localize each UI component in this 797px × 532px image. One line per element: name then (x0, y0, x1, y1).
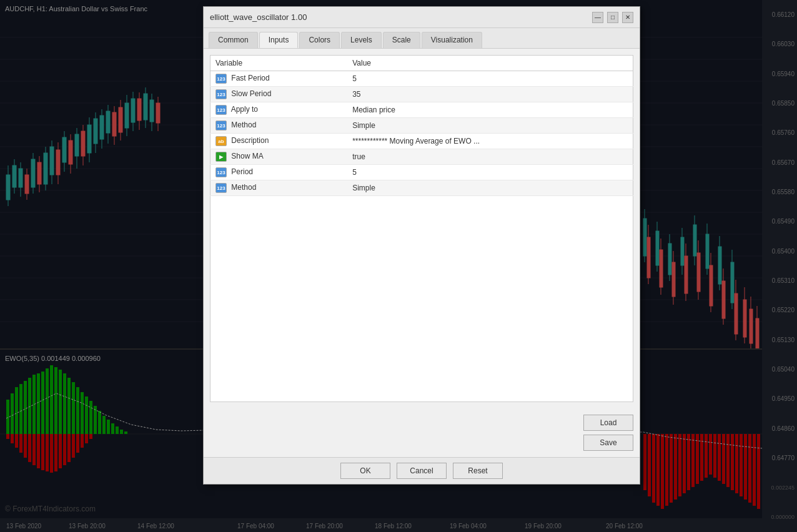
params-table: Variable Value 123 Fast Period 5 123 Slo… (210, 55, 633, 402)
close-button[interactable]: ✕ (622, 12, 633, 23)
var-name: Apply to (231, 105, 258, 114)
table-row[interactable]: 123 Method Simple (210, 180, 633, 196)
type-icon-bool: ▶ (215, 152, 227, 162)
type-icon-numeric: 123 (215, 167, 227, 177)
reset-button[interactable]: Reset (453, 463, 503, 479)
dialog-content: Variable Value 123 Fast Period 5 123 Slo… (204, 49, 640, 408)
col-variable: Variable (210, 56, 348, 71)
tab-colors[interactable]: Colors (299, 32, 340, 48)
type-icon-numeric: 123 (215, 121, 227, 131)
var-value[interactable]: ************ Moving Average of EWO ... (347, 134, 633, 149)
tab-common[interactable]: Common (209, 32, 258, 48)
title-bar: elliott_wave_oscillator 1.00 — □ ✕ (204, 7, 640, 28)
var-name: Show MA (231, 152, 263, 160)
var-name: Slow Period (231, 89, 271, 98)
var-name: Method (231, 183, 256, 192)
type-icon-numeric: 123 (215, 74, 227, 84)
save-button[interactable]: Save (583, 435, 633, 451)
var-name: Period (231, 167, 253, 176)
type-icon-string: ab (215, 136, 227, 146)
title-bar-controls: — □ ✕ (592, 12, 633, 23)
type-icon-numeric: 123 (215, 183, 227, 193)
var-value[interactable]: Simple (347, 180, 633, 196)
type-icon-numeric: 123 (215, 89, 227, 99)
dialog-window: elliott_wave_oscillator 1.00 — □ ✕ Commo… (203, 6, 640, 485)
table-row[interactable]: ▶ Show MA true (210, 149, 633, 165)
save-button-row: Save (583, 435, 633, 451)
table-row[interactable]: 123 Slow Period 35 (210, 87, 633, 102)
tab-bar: Common Inputs Colors Levels Scale Visual… (204, 28, 640, 49)
maximize-button[interactable]: □ (607, 12, 618, 23)
table-row[interactable]: 123 Fast Period 5 (210, 71, 633, 87)
empty-space-row (210, 196, 633, 402)
col-value: Value (347, 56, 633, 71)
var-value[interactable]: 35 (347, 87, 633, 102)
load-save-buttons: Load (583, 415, 633, 431)
type-icon-numeric: 123 (215, 105, 227, 115)
tab-inputs[interactable]: Inputs (259, 32, 299, 48)
var-value[interactable]: true (347, 149, 633, 165)
ok-button[interactable]: OK (340, 463, 390, 479)
var-name: Method (231, 121, 256, 129)
tab-visualization[interactable]: Visualization (422, 32, 482, 48)
var-name: Fast Period (231, 74, 269, 82)
footer-buttons: OK Cancel Reset (204, 457, 640, 484)
table-row[interactable]: ab Description ************ Moving Avera… (210, 134, 633, 149)
table-row[interactable]: 123 Method Simple (210, 118, 633, 134)
var-value[interactable]: Median price (347, 102, 633, 118)
var-name: Description (231, 136, 269, 145)
dialog-title: elliott_wave_oscillator 1.00 (210, 12, 307, 22)
dialog-bottom-actions: Load Save (204, 408, 640, 457)
table-row[interactable]: 123 Apply to Median price (210, 102, 633, 118)
var-value[interactable]: Simple (347, 118, 633, 134)
tab-levels[interactable]: Levels (341, 32, 382, 48)
load-button[interactable]: Load (583, 415, 633, 431)
var-value[interactable]: 5 (347, 165, 633, 180)
cancel-button[interactable]: Cancel (397, 463, 447, 479)
tab-scale[interactable]: Scale (383, 32, 420, 48)
var-value[interactable]: 5 (347, 71, 633, 87)
table-row[interactable]: 123 Period 5 (210, 165, 633, 180)
minimize-button[interactable]: — (592, 12, 603, 23)
